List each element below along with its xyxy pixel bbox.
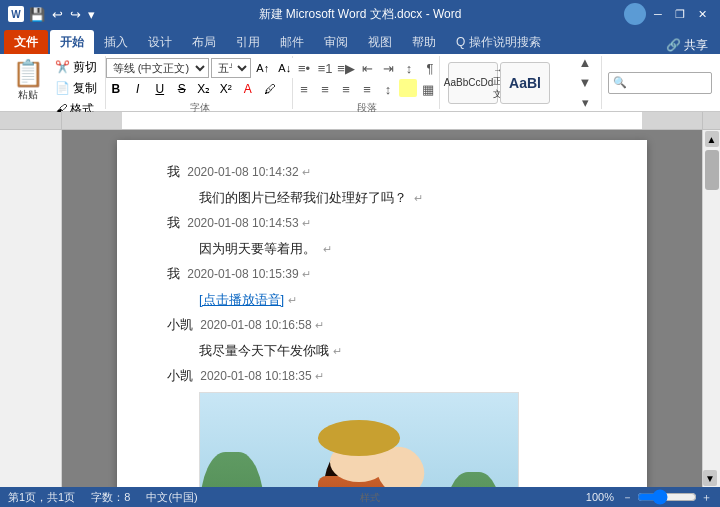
msg-4-text: 我尽量今天下午发你哦 — [199, 343, 329, 358]
msg-3-time: 2020-01-08 10:15:39 — [187, 267, 298, 281]
ruler-container — [0, 112, 720, 130]
increase-font-button[interactable]: A↑ — [253, 58, 273, 78]
styles-more[interactable]: ▾ — [575, 93, 595, 113]
shading-button[interactable] — [399, 79, 417, 97]
sort-button[interactable]: ↕ — [399, 58, 419, 78]
justify-button[interactable]: ≡ — [357, 79, 377, 99]
msg-5-sender: 小凯 — [167, 368, 193, 383]
window-controls: ─ ❐ ✕ — [620, 3, 712, 25]
share-button[interactable]: 🔗 共享 — [666, 37, 708, 54]
save-quick-btn[interactable]: 💾 — [27, 5, 47, 24]
decrease-font-button[interactable]: A↓ — [275, 58, 295, 78]
msg-3-link[interactable]: [点击播放语音] — [199, 292, 284, 307]
window-title: 新建 Microsoft Word 文档.docx - Word — [0, 6, 720, 23]
italic-button[interactable]: I — [128, 79, 148, 99]
para-mark-1: ↵ — [302, 166, 311, 178]
clipboard-group: 📋 粘贴 ✂️ 剪切 📄 复制 🖌 格式刷 剪贴板 — [4, 56, 106, 109]
quick-access-toolbar: W 💾 ↩ ↪ ▾ — [8, 5, 97, 24]
para-mark-4: ↵ — [323, 243, 332, 255]
ruler-corner — [0, 112, 62, 130]
message-1-header: 我 2020-01-08 10:14:32 ↵ — [167, 160, 597, 184]
ruler-right-end — [702, 112, 720, 130]
tab-home[interactable]: 开始 — [50, 30, 94, 54]
tab-file[interactable]: 文件 — [4, 30, 48, 54]
highlight-button[interactable]: 🖊 — [260, 79, 280, 99]
zoom-range-input[interactable] — [637, 489, 697, 505]
tab-view[interactable]: 视图 — [358, 30, 402, 54]
bullets-button[interactable]: ≡• — [294, 58, 314, 78]
message-5-header: 小凯 2020-01-08 10:18:35 ↵ — [167, 364, 597, 388]
tab-search[interactable]: Q 操作说明搜索 — [446, 30, 566, 54]
ruler-margin-right — [642, 112, 702, 129]
scroll-down-button[interactable]: ▼ — [703, 470, 717, 486]
vertical-scrollbar[interactable]: ▲ ▼ — [702, 130, 720, 487]
user-avatar[interactable] — [624, 3, 646, 25]
tab-help[interactable]: 帮助 — [402, 30, 446, 54]
find-search-box[interactable]: 🔍 — [608, 72, 712, 94]
image-hat — [318, 420, 401, 456]
para-mark-7: ↵ — [315, 319, 324, 331]
zoom-slider[interactable]: － ＋ — [622, 489, 712, 505]
para-mark-2: ↵ — [414, 192, 423, 204]
zoom-percent: 100% — [586, 491, 614, 503]
strikethrough-button[interactable]: S — [172, 79, 192, 99]
paste-button[interactable]: 📋 — [8, 58, 48, 88]
styles-label: 样式 — [360, 489, 380, 505]
close-button[interactable]: ✕ — [692, 4, 712, 24]
search-input[interactable] — [627, 77, 707, 89]
document-scroll-area[interactable]: 我 2020-01-08 10:14:32 ↵ 我们的图片已经帮我们处理好了吗？… — [62, 130, 702, 487]
ribbon-tab-bar: 文件 开始 插入 设计 布局 引用 邮件 审阅 视图 帮助 Q 操作说明搜索 🔗… — [0, 28, 720, 54]
msg-3-sender: 我 — [167, 266, 180, 281]
line-spacing-button[interactable]: ↕ — [378, 79, 398, 99]
superscript-button[interactable]: X² — [216, 79, 236, 99]
customize-qa-btn[interactable]: ▾ — [86, 5, 97, 24]
ribbon: 文件 开始 插入 设计 布局 引用 邮件 审阅 视图 帮助 Q 操作说明搜索 🔗… — [0, 28, 720, 112]
underline-button[interactable]: U — [150, 79, 170, 99]
restore-button[interactable]: ❐ — [670, 4, 690, 24]
zoom-out-icon[interactable]: － — [622, 490, 633, 505]
styles-scroll-up[interactable]: ▲ — [575, 53, 595, 73]
paste-label: 粘贴 — [18, 88, 38, 102]
paragraph-group: ≡• ≡1 ≡▶ ⇤ ⇥ ↕ ¶ ≡ ≡ ≡ ≡ ↕ ▦ — [295, 56, 440, 109]
minimize-button[interactable]: ─ — [648, 4, 668, 24]
font-size-select[interactable]: 五号 — [211, 58, 251, 78]
tab-mail[interactable]: 邮件 — [270, 30, 314, 54]
message-3-content: [点击播放语音] ↵ — [167, 288, 597, 311]
msg-2-text: 因为明天要等着用。 — [199, 241, 316, 256]
numbering-button[interactable]: ≡1 — [315, 58, 335, 78]
tab-references[interactable]: 引用 — [226, 30, 270, 54]
para-mark-8: ↵ — [333, 345, 342, 357]
decrease-indent-button[interactable]: ⇤ — [357, 58, 377, 78]
heading1-style[interactable]: AaBl — [500, 62, 550, 104]
align-left-button[interactable]: ≡ — [294, 79, 314, 99]
copy-button[interactable]: 📄 复制 — [53, 79, 101, 98]
redo-quick-btn[interactable]: ↪ — [68, 5, 83, 24]
normal-style[interactable]: AaBbCcDd→正文 — [448, 62, 498, 104]
undo-quick-btn[interactable]: ↩ — [50, 5, 65, 24]
msg-4-sender: 小凯 — [167, 317, 193, 332]
document-page[interactable]: 我 2020-01-08 10:14:32 ↵ 我们的图片已经帮我们处理好了吗？… — [117, 140, 647, 487]
scroll-up-button[interactable]: ▲ — [705, 131, 719, 147]
tab-layout[interactable]: 布局 — [182, 30, 226, 54]
cut-button[interactable]: ✂️ 剪切 — [53, 58, 101, 77]
tab-review[interactable]: 审阅 — [314, 30, 358, 54]
language: 中文(中国) — [146, 490, 197, 505]
increase-indent-button[interactable]: ⇥ — [378, 58, 398, 78]
multilevel-button[interactable]: ≡▶ — [336, 58, 356, 78]
styles-scroll-down[interactable]: ▼ — [575, 73, 595, 93]
document-container: 我 2020-01-08 10:14:32 ↵ 我们的图片已经帮我们处理好了吗？… — [0, 130, 720, 487]
bold-button[interactable]: B — [106, 79, 126, 99]
show-marks-button[interactable]: ¶ — [420, 58, 440, 78]
font-name-select[interactable]: 等线 (中文正文) — [106, 58, 209, 78]
align-center-button[interactable]: ≡ — [315, 79, 335, 99]
zoom-in-icon[interactable]: ＋ — [701, 490, 712, 505]
tab-design[interactable]: 设计 — [138, 30, 182, 54]
msg-4-time: 2020-01-08 10:16:58 — [200, 318, 311, 332]
font-color-button[interactable]: A — [238, 79, 258, 99]
subscript-button[interactable]: X₂ — [194, 79, 214, 99]
border-button[interactable]: ▦ — [418, 79, 438, 99]
msg-2-sender: 我 — [167, 215, 180, 230]
tab-insert[interactable]: 插入 — [94, 30, 138, 54]
scrollbar-thumb[interactable] — [705, 150, 719, 190]
align-right-button[interactable]: ≡ — [336, 79, 356, 99]
